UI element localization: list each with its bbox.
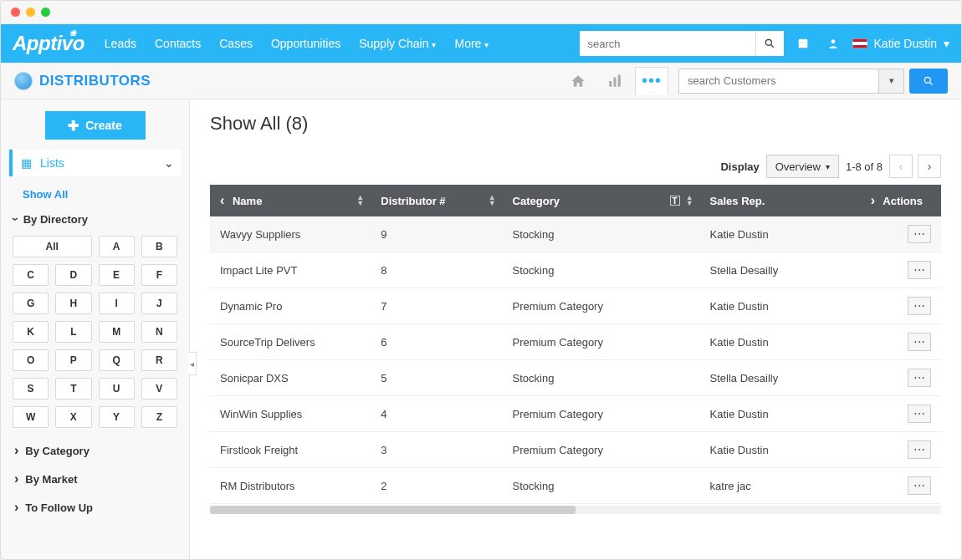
sidebar-by-category[interactable]: By Category	[9, 436, 181, 465]
home-icon[interactable]	[561, 67, 595, 95]
alpha-x[interactable]: X	[55, 406, 91, 428]
th-name-label: Name	[233, 195, 262, 207]
user-menu[interactable]: Katie Dustin ▾	[852, 37, 949, 50]
list-toolbar: Display Overview ▾ 1-8 of 8 ‹ ›	[210, 155, 941, 178]
alpha-q[interactable]: Q	[99, 349, 135, 371]
create-button[interactable]: ✚ Create	[45, 111, 146, 140]
sidebar-collapse-handle[interactable]: ◂	[188, 352, 197, 375]
alpha-n[interactable]: N	[141, 321, 177, 343]
sidebar-item-lists[interactable]: ▦ Lists ⌄	[9, 150, 181, 176]
table-row[interactable]: WinWin Supplies4Premium CategoryKatie Du…	[210, 396, 941, 432]
pager-next[interactable]: ›	[918, 155, 941, 178]
alpha-t[interactable]: T	[55, 378, 91, 400]
row-actions-button[interactable]: ⋯	[908, 405, 931, 423]
row-actions-button[interactable]: ⋯	[908, 369, 931, 387]
chevron-down-icon: ⌄	[164, 156, 174, 170]
chevron-right-icon	[14, 443, 22, 458]
svg-point-7	[924, 77, 930, 83]
chevron-right-icon	[14, 500, 22, 515]
alpha-i[interactable]: I	[99, 293, 135, 314]
sidebar-by-directory[interactable]: By Directory	[9, 206, 181, 232]
view-label: Overview	[775, 160, 821, 173]
lists-label: Lists	[40, 156, 64, 170]
alpha-b[interactable]: B	[141, 236, 177, 257]
table-row[interactable]: RM Distributors2Stockingkatre jac⋯	[210, 468, 941, 504]
sort-icon: ▲▼	[686, 195, 693, 206]
alpha-p[interactable]: P	[55, 349, 91, 371]
table-row[interactable]: SourceTrip Delivers6Premium CategoryKati…	[210, 324, 941, 360]
nav-opportunities[interactable]: Opportunities	[271, 37, 340, 50]
module-title: DISTRIBUTORS	[14, 72, 151, 90]
reports-icon[interactable]	[598, 67, 632, 95]
alpha-u[interactable]: U	[99, 378, 135, 400]
row-actions-button[interactable]: ⋯	[908, 297, 931, 315]
alpha-v[interactable]: V	[141, 378, 177, 400]
alpha-l[interactable]: L	[55, 321, 91, 343]
globe-icon	[14, 72, 33, 90]
th-category-label: Category	[513, 195, 560, 207]
view-selector[interactable]: Overview ▾	[766, 155, 839, 178]
sidebar-to-follow-up[interactable]: To Follow Up	[9, 493, 181, 522]
nav-supply-chain[interactable]: Supply Chain	[359, 37, 436, 50]
table-horizontal-scrollbar[interactable]	[210, 506, 941, 514]
chevron-down-icon: ▾	[889, 75, 894, 86]
table-row[interactable]: Firstlook Freight3Premium CategoryKatie …	[210, 432, 941, 468]
row-actions-button[interactable]: ⋯	[908, 476, 931, 495]
table-row[interactable]: Wavyy Suppliers9StockingKatie Dustin⋯	[210, 216, 941, 252]
alpha-k[interactable]: K	[13, 321, 49, 343]
alpha-r[interactable]: R	[141, 349, 177, 371]
row-actions-button[interactable]: ⋯	[908, 225, 931, 243]
alpha-a[interactable]: A	[99, 236, 135, 257]
pager-prev[interactable]: ‹	[889, 155, 913, 178]
alpha-m[interactable]: M	[99, 321, 135, 343]
maximize-window-icon[interactable]	[41, 8, 50, 17]
alpha-h[interactable]: H	[55, 293, 91, 314]
table-row[interactable]: Impact Lite PVT8StockingStella Desailly⋯	[210, 252, 941, 288]
nav-more[interactable]: More	[454, 37, 489, 50]
th-name[interactable]: Name ▲▼	[210, 185, 371, 216]
customer-search-button[interactable]	[909, 69, 948, 94]
table-row[interactable]: Dynamic Pro7Premium CategoryKatie Dustin…	[210, 288, 941, 324]
scroll-thumb[interactable]	[210, 506, 576, 514]
alpha-all[interactable]: All	[13, 236, 92, 257]
row-actions-button[interactable]: ⋯	[908, 440, 931, 459]
row-actions-button[interactable]: ⋯	[908, 333, 931, 351]
more-apps-icon[interactable]: •••	[635, 67, 668, 95]
window-controls	[1, 1, 961, 24]
alpha-d[interactable]: D	[55, 264, 91, 286]
alpha-f[interactable]: F	[141, 264, 177, 286]
alpha-w[interactable]: W	[13, 406, 49, 428]
th-actions-label: Actions	[883, 195, 923, 207]
sidebar-show-all[interactable]: Show All	[9, 183, 181, 206]
global-search-input[interactable]	[580, 31, 755, 56]
th-distributor-no[interactable]: Distributor # ▲▼	[371, 185, 502, 216]
nav-leads[interactable]: Leads	[105, 37, 136, 50]
sidebar-by-market[interactable]: By Market	[9, 465, 181, 493]
pager: ‹ ›	[889, 155, 941, 178]
nav-contacts[interactable]: Contacts	[155, 37, 201, 50]
close-window-icon[interactable]	[11, 8, 20, 17]
minimize-window-icon[interactable]	[26, 8, 35, 17]
filter-icon[interactable]: T	[670, 196, 680, 206]
row-actions-button[interactable]: ⋯	[908, 261, 931, 279]
nav-cases[interactable]: Cases	[219, 37, 253, 50]
th-sales-rep[interactable]: Sales Rep.	[700, 185, 861, 216]
th-category[interactable]: Category T ▲▼	[503, 185, 700, 216]
table-row[interactable]: Sonicpar DXS5StockingStella Desailly⋯	[210, 360, 941, 396]
alpha-o[interactable]: O	[13, 349, 49, 371]
store-icon[interactable]	[792, 33, 814, 54]
cell-sales-rep: Katie Dustin	[700, 324, 861, 360]
alpha-s[interactable]: S	[13, 378, 49, 400]
alpha-y[interactable]: Y	[99, 406, 135, 428]
customer-search-input[interactable]	[678, 69, 879, 94]
alpha-j[interactable]: J	[141, 293, 177, 314]
cell-category: Premium Category	[503, 288, 700, 324]
profile-icon[interactable]	[822, 33, 844, 54]
alpha-g[interactable]: G	[13, 293, 49, 314]
alpha-c[interactable]: C	[13, 264, 49, 286]
customer-search-dropdown[interactable]: ▾	[879, 69, 904, 94]
app-logo[interactable]: Apptivo ❀	[13, 32, 84, 55]
alpha-z[interactable]: Z	[141, 406, 177, 428]
alpha-e[interactable]: E	[99, 264, 135, 286]
global-search-button[interactable]	[755, 31, 784, 56]
